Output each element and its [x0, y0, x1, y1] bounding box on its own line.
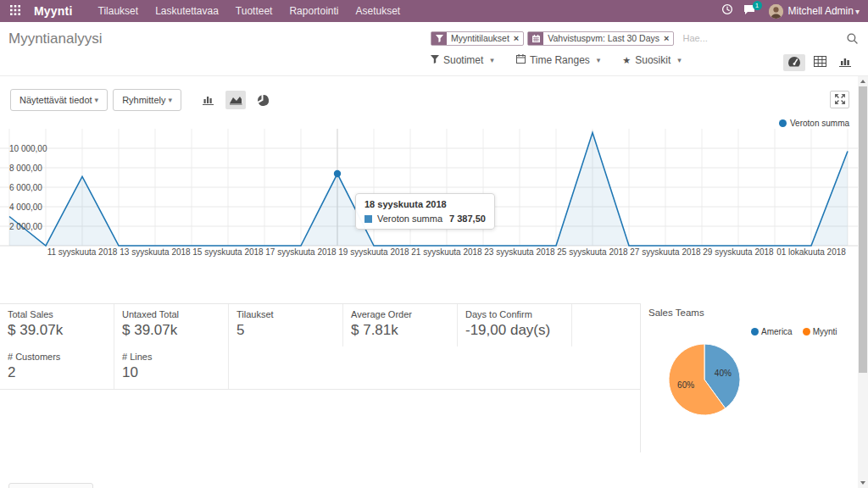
graph-view-button[interactable]: [834, 54, 856, 71]
partially-visible-card: [8, 483, 93, 488]
menu-tuotteet[interactable]: Tuotteet: [227, 0, 281, 22]
tooltip-series-swatch: [364, 215, 372, 223]
filter-icon: [431, 32, 447, 45]
tooltip-series-name: Veroton summa: [377, 214, 442, 224]
favorites-label: Suosikit: [635, 54, 670, 66]
sales-teams-title: Sales Teams: [648, 308, 704, 318]
x-tick-label: 11 syyskuuta 2018: [47, 247, 118, 257]
groupby-label: Ryhmittely: [122, 95, 165, 105]
search-options-row: Suotimet Time Ranges Suosikit: [431, 54, 682, 66]
scroll-up-arrow[interactable]: [858, 76, 868, 86]
menu-raportointi[interactable]: Raportointi: [281, 0, 347, 22]
scrollbar-thumb[interactable]: [859, 86, 867, 373]
pie-slice-label: 40%: [715, 369, 732, 378]
x-tick-label: 23 syyskuuta 2018: [484, 247, 555, 257]
avatar: [769, 4, 783, 19]
expand-dashboard-button[interactable]: [830, 91, 849, 108]
filters-dropdown[interactable]: Suotimet: [431, 54, 494, 66]
section-divider: [640, 303, 641, 452]
menu-tilaukset[interactable]: Tilaukset: [90, 0, 147, 22]
search-input[interactable]: [677, 33, 847, 43]
x-tick-label: 13 syyskuuta 2018: [120, 247, 191, 257]
kpi-label: Average Order: [351, 309, 449, 319]
groupby-dropdown-button[interactable]: Ryhmittely: [113, 89, 181, 111]
x-tick-label: 21 syyskuuta 2018: [411, 247, 482, 257]
filters-label: Suotimet: [443, 54, 483, 66]
x-tick-label: 15 syyskuuta 2018: [192, 247, 264, 257]
message-count-badge: 1: [753, 1, 762, 10]
vertical-scrollbar[interactable]: [858, 76, 868, 488]
tachometer-icon: [787, 55, 801, 70]
search-icon[interactable]: [847, 33, 858, 44]
kpi-label: Days to Confirm: [465, 309, 564, 319]
x-tick-label: 27 syyskuuta 2018: [630, 247, 701, 257]
tooltip-value: 7 387,50: [449, 214, 486, 224]
chart-toolbar: Näytettävät tiedot Ryhmittely: [10, 89, 273, 111]
x-tick-label: 19 syyskuuta 2018: [338, 247, 409, 257]
measures-dropdown-button[interactable]: Näytettävät tiedot: [10, 89, 108, 111]
top-navbar: Myynti Tilaukset Laskutettavaa Tuotteet …: [0, 0, 868, 22]
y-tick-label: 4 000,00: [9, 202, 42, 212]
line-chart-type-button[interactable]: [225, 91, 246, 109]
pie-slice-label: 60%: [677, 380, 694, 390]
facet-label: Myyntitilaukset: [447, 32, 514, 45]
x-tick-label: 25 syyskuuta 2018: [557, 247, 628, 257]
filter-funnel-icon: [431, 54, 439, 66]
tooltip-date: 18 syyskuuta 2018: [364, 199, 486, 209]
kpi-total-sales[interactable]: Total Sales $ 39.07k: [0, 304, 114, 347]
app-name[interactable]: Myynti: [34, 4, 73, 18]
legend-dot-myynti: [803, 328, 810, 336]
bar-chart-icon: [839, 55, 852, 70]
kpi-value: 5: [236, 322, 335, 339]
remove-facet-icon[interactable]: [664, 32, 673, 45]
calendar-icon: [516, 54, 526, 66]
kpi-orders[interactable]: Tilaukset 5: [229, 304, 343, 347]
kpi-value: $ 7.81k: [351, 322, 449, 339]
kpi-customers[interactable]: # Customers 2: [0, 347, 114, 389]
y-tick-label: 8 000,00: [9, 164, 42, 173]
kpi-untaxed-total[interactable]: Untaxed Total $ 39.07k: [114, 304, 229, 347]
search-facet-sales-orders[interactable]: Myyntitilaukset: [431, 31, 524, 46]
activities-button[interactable]: [716, 0, 738, 22]
kpi-label: # Customers: [8, 352, 106, 362]
menu-laskutettavaa[interactable]: Laskutettavaa: [147, 0, 227, 22]
kpi-value: $ 39.07k: [8, 322, 106, 339]
pie-legend-myynti[interactable]: Myynti: [803, 327, 837, 336]
menu-asetukset[interactable]: Asetukset: [347, 0, 409, 22]
kpi-days-to-confirm[interactable]: Days to Confirm -19,00 day(s): [458, 304, 572, 347]
favorites-dropdown[interactable]: Suosikit: [622, 54, 681, 66]
control-panel-divider: [0, 75, 868, 76]
chart-tooltip: 18 syyskuuta 2018 Veroton summa 7 387,50: [355, 193, 495, 230]
main-menu: Tilaukset Laskutettavaa Tuotteet Raporto…: [90, 0, 409, 22]
search-facet-date-range[interactable]: Vahvistuspvm: Last 30 Days: [527, 31, 674, 46]
expand-arrows-icon: [835, 92, 845, 108]
remove-facet-icon[interactable]: [514, 32, 523, 45]
kpi-value: 10: [122, 364, 220, 381]
dashboard-view-button[interactable]: [783, 54, 805, 71]
kpi-value: -19,00 day(s): [465, 322, 564, 339]
user-menu[interactable]: Mitchell Admin: [769, 4, 860, 19]
view-switcher: [783, 54, 856, 71]
pivot-view-button[interactable]: [809, 54, 831, 71]
search-bar[interactable]: Myyntitilaukset Vahvistuspvm: Last 30 Da…: [431, 30, 858, 47]
time-ranges-dropdown[interactable]: Time Ranges: [516, 54, 600, 66]
scroll-down-arrow[interactable]: [858, 478, 868, 488]
y-tick-label: 10 000,00: [9, 144, 47, 153]
bar-chart-type-button[interactable]: [198, 91, 219, 109]
kpi-lines[interactable]: # Lines 10: [114, 347, 229, 389]
messages-button[interactable]: 1: [738, 0, 760, 22]
calendar-icon: [528, 32, 543, 45]
apps-grid-icon: [10, 3, 20, 19]
time-ranges-label: Time Ranges: [530, 54, 590, 66]
x-tick-label: 29 syyskuuta 2018: [703, 247, 774, 257]
sales-line-chart[interactable]: 2 000,004 000,006 000,008 000,0010 000,0…: [0, 114, 858, 263]
sales-teams-pie-chart[interactable]: 40%60%: [643, 329, 771, 439]
facet-label: Vahvistuspvm: Last 30 Days: [543, 32, 664, 45]
highlighted-point[interactable]: [334, 170, 341, 177]
table-grid-icon: [814, 55, 826, 70]
legend-label: Myynti: [813, 327, 837, 336]
kpi-section: Total Sales $ 39.07k Untaxed Total $ 39.…: [0, 303, 640, 390]
pie-chart-type-button[interactable]: [253, 91, 273, 109]
kpi-average-order[interactable]: Average Order $ 7.81k: [343, 304, 458, 347]
apps-menu-button[interactable]: [3, 0, 27, 22]
